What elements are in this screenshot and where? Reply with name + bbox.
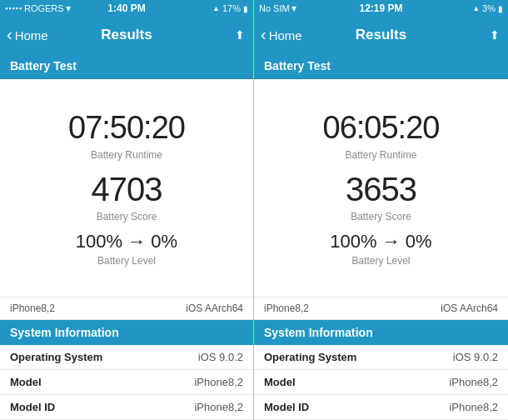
score-block: 3653Battery Score [346, 169, 416, 222]
table-row: ModeliPhone8,2 [254, 370, 508, 395]
level-label: Battery Level [330, 255, 431, 267]
status-right: ▲17%▮ [212, 3, 248, 13]
signal-icon: ▪▪▪▪▪ [5, 4, 22, 12]
row-value: iPhone8,2 [194, 401, 243, 413]
runtime-block: 06:05:20Battery Runtime [323, 109, 440, 161]
runtime-label: Battery Runtime [323, 149, 440, 161]
battery-test-header: Battery Test [0, 53, 253, 79]
back-button[interactable]: ‹Home [7, 28, 48, 42]
location-icon: ▲ [212, 4, 220, 12]
row-value: iPhone8,2 [194, 376, 243, 388]
share-icon: ⬆ [235, 28, 245, 42]
chevron-left-icon: ‹ [261, 26, 266, 42]
score-label: Battery Score [92, 211, 162, 222]
wifi-icon: ▾ [291, 2, 296, 14]
row-value: iPhone8,2 [449, 376, 498, 388]
row-key: Model [10, 376, 42, 388]
sys-info-header: System Information [0, 320, 253, 345]
results-area: 07:50:20Battery Runtime4703Battery Score… [0, 79, 253, 297]
status-bar: No SIM▾12:19 PM▲3%▮ [254, 0, 508, 17]
nav-bar: ‹HomeResults⬆ [254, 17, 508, 53]
runtime-value: 07:50:20 [68, 109, 185, 148]
score-value: 4703 [92, 169, 162, 209]
runtime-value: 06:05:20 [323, 109, 440, 148]
nav-title: Results [356, 27, 406, 43]
runtime-label: Battery Runtime [68, 149, 185, 161]
row-key: Model [264, 376, 296, 388]
status-right: ▲3%▮ [472, 3, 503, 13]
share-button[interactable]: ⬆ [235, 28, 245, 42]
table-row: ModeliPhone8,2 [0, 370, 253, 395]
device-info-bar: iPhone8,2iOS AArch64 [0, 297, 253, 320]
sys-info-rows: Operating SystemiOS 9.0.2ModeliPhone8,2M… [0, 345, 253, 420]
device-arch: iOS AArch64 [441, 302, 498, 314]
share-button[interactable]: ⬆ [490, 28, 500, 42]
device-arch: iOS AArch64 [186, 302, 243, 314]
table-row: Model IDiPhone8,2 [254, 395, 508, 420]
score-block: 4703Battery Score [92, 169, 162, 222]
battery-percent: 3% [482, 3, 496, 13]
status-left: ▪▪▪▪▪ROGERS▾ [5, 2, 71, 14]
battery-percent: 17% [222, 3, 241, 13]
time-display: 1:40 PM [107, 2, 145, 14]
level-value: 100% → 0% [76, 231, 177, 252]
battery-icon: ▮ [243, 4, 248, 13]
row-key: Model ID [10, 401, 55, 413]
back-button[interactable]: ‹Home [261, 28, 302, 42]
device-info-bar: iPhone8,2iOS AArch64 [254, 297, 508, 320]
sys-info-header: System Information [254, 320, 508, 345]
table-row: Operating SystemiOS 9.0.2 [254, 345, 508, 370]
table-row: Model IDiPhone8,2 [0, 395, 253, 420]
share-icon: ⬆ [490, 28, 500, 42]
level-value: 100% → 0% [330, 231, 431, 252]
sys-info-rows: Operating SystemiOS 9.0.2ModeliPhone8,2M… [254, 345, 508, 420]
row-key: Model ID [264, 401, 309, 413]
back-label: Home [15, 28, 48, 42]
wifi-icon: ▾ [66, 2, 71, 14]
panel-left: ▪▪▪▪▪ROGERS▾1:40 PM▲17%▮‹HomeResults⬆Bat… [0, 0, 254, 420]
row-value: iOS 9.0.2 [198, 351, 243, 363]
level-block: 100% → 0%Battery Level [330, 231, 431, 267]
status-left: No SIM▾ [259, 2, 296, 14]
runtime-block: 07:50:20Battery Runtime [68, 109, 185, 161]
back-label: Home [269, 28, 302, 42]
row-value: iOS 9.0.2 [453, 351, 498, 363]
level-label: Battery Level [76, 255, 177, 267]
score-label: Battery Score [346, 211, 416, 222]
location-icon: ▲ [472, 4, 480, 12]
results-area: 06:05:20Battery Runtime3653Battery Score… [254, 79, 508, 297]
table-row: Operating SystemiOS 9.0.2 [0, 345, 253, 370]
status-bar: ▪▪▪▪▪ROGERS▾1:40 PM▲17%▮ [0, 0, 253, 17]
carrier-label: No SIM [259, 3, 290, 13]
device-model: iPhone8,2 [264, 302, 309, 314]
chevron-left-icon: ‹ [7, 26, 12, 42]
panel-right: No SIM▾12:19 PM▲3%▮‹HomeResults⬆Battery … [254, 0, 508, 420]
time-display: 12:19 PM [359, 2, 402, 14]
device-model: iPhone8,2 [10, 302, 55, 314]
score-value: 3653 [346, 169, 416, 209]
row-key: Operating System [264, 351, 356, 363]
nav-bar: ‹HomeResults⬆ [0, 17, 253, 53]
carrier-label: ROGERS [24, 3, 64, 13]
nav-title: Results [101, 27, 152, 43]
level-block: 100% → 0%Battery Level [76, 231, 177, 267]
battery-icon: ▮ [498, 4, 503, 13]
battery-test-header: Battery Test [254, 53, 508, 79]
row-value: iPhone8,2 [449, 401, 498, 413]
row-key: Operating System [10, 351, 102, 363]
